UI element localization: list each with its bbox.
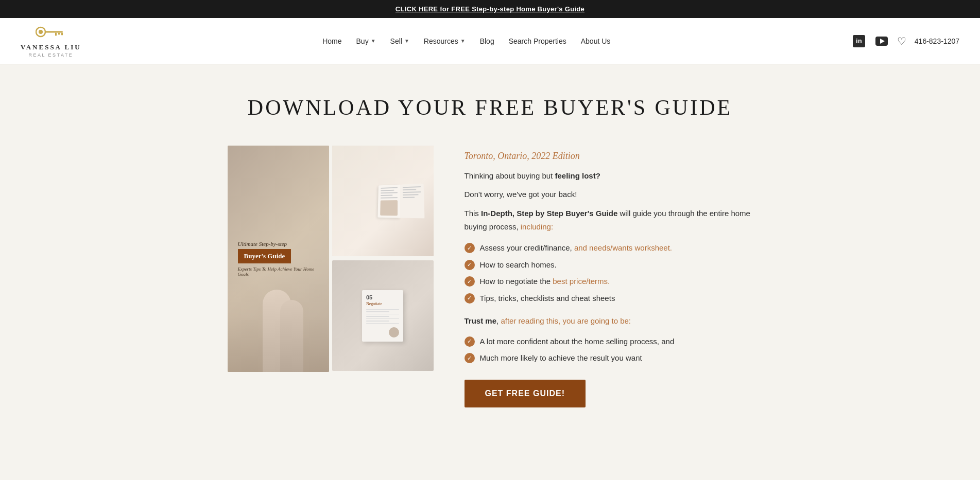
check-icon-1: ✓ [465,243,475,253]
book-title-small: Ultimate Step-by-step [238,241,287,247]
svg-rect-2 [45,31,63,33]
nav-home[interactable]: Home [322,37,341,45]
buy-dropdown-arrow: ▼ [371,38,376,44]
phone-number: 416-823-1207 [915,37,959,45]
nav-buy[interactable]: Buy ▼ [356,37,376,45]
checklist-item-2: ✓ How to search homes. [465,259,753,271]
nav-about-us[interactable]: About Us [581,37,611,45]
reading-image [332,146,434,256]
logo-key-icon [36,24,66,42]
check-icon-4: ✓ [465,293,475,304]
content-area: Ultimate Step-by-step Buyer's Guide Expe… [228,146,753,407]
book-cover-image: Ultimate Step-by-step Buyer's Guide Expe… [228,146,329,372]
page-title: DOWNLOAD YOUR FREE BUYER'S GUIDE [228,95,753,120]
check-icon-2: ✓ [465,260,475,270]
nav-search-properties[interactable]: Search Properties [509,37,566,45]
feature-checklist: ✓ Assess your credit/finance, and needs/… [465,242,753,304]
resources-dropdown-arrow: ▼ [460,38,466,44]
doc-number: 05 [366,294,399,300]
header: VANESSA LIU REAL ESTATE Home Buy ▼ Sell … [0,18,980,64]
text-content: Toronto, Ontario, 2022 Edition Thinking … [465,146,753,407]
image-collage: Ultimate Step-by-step Buyer's Guide Expe… [228,146,434,372]
nav-resources[interactable]: Resources ▼ [424,37,466,45]
favorites-heart-icon[interactable]: ♡ [897,35,906,47]
svg-rect-5 [61,33,63,35]
checklist-item-4: ✓ Tips, tricks, checklists and cheat she… [465,293,753,305]
edition-title: Toronto, Ontario, 2022 Edition [465,151,753,162]
top-banner: CLICK HERE for FREE Step-by-step Home Bu… [0,0,980,18]
logo: VANESSA LIU REAL ESTATE [21,24,81,58]
logo-name: VANESSA LIU [21,43,81,51]
trust-item-1: ✓ A lot more confident about the home se… [465,336,753,348]
linkedin-icon[interactable]: in [852,34,866,48]
body-description: This In-Depth, Step by Step Buyer's Guid… [465,207,753,233]
intro-line-2: Don't worry, we've got your back! [465,188,753,201]
trust-item-2: ✓ Much more likely to achieve the result… [465,352,753,364]
check-icon-3: ✓ [465,276,475,287]
main-nav: Home Buy ▼ Sell ▼ Resources ▼ Blog Searc… [322,37,610,45]
nav-sell[interactable]: Sell ▼ [390,37,409,45]
negotiate-document-image: 05 Negotiate [332,260,434,371]
svg-rect-4 [58,33,60,35]
doc-title: Negotiate [366,301,399,306]
checklist-item-1: ✓ Assess your credit/finance, and needs/… [465,242,753,254]
logo-subtitle: REAL ESTATE [28,52,73,58]
checklist-item-3: ✓ How to negotiate the best price/terms. [465,276,753,288]
svg-point-1 [39,30,43,34]
trust-checklist: ✓ A lot more confident about the home se… [465,336,753,364]
trust-intro: Trust me, after reading this, you are go… [465,314,753,328]
get-guide-button[interactable]: Get FREE Guide! [465,380,586,407]
main-content: DOWNLOAD YOUR FREE BUYER'S GUIDE Ultimat… [207,64,773,449]
sell-dropdown-arrow: ▼ [404,38,409,44]
svg-rect-3 [55,33,57,36]
youtube-icon[interactable] [874,34,889,48]
banner-link[interactable]: CLICK HERE for FREE Step-by-step Home Bu… [396,5,584,13]
check-icon-5: ✓ [465,336,475,347]
document-sheet: 05 Negotiate [362,290,403,342]
intro-line-1: Thinking about buying but feeling lost? [465,170,753,182]
check-icon-6: ✓ [465,353,475,363]
header-right: in ♡ 416-823-1207 [852,34,959,48]
nav-blog[interactable]: Blog [480,37,494,45]
